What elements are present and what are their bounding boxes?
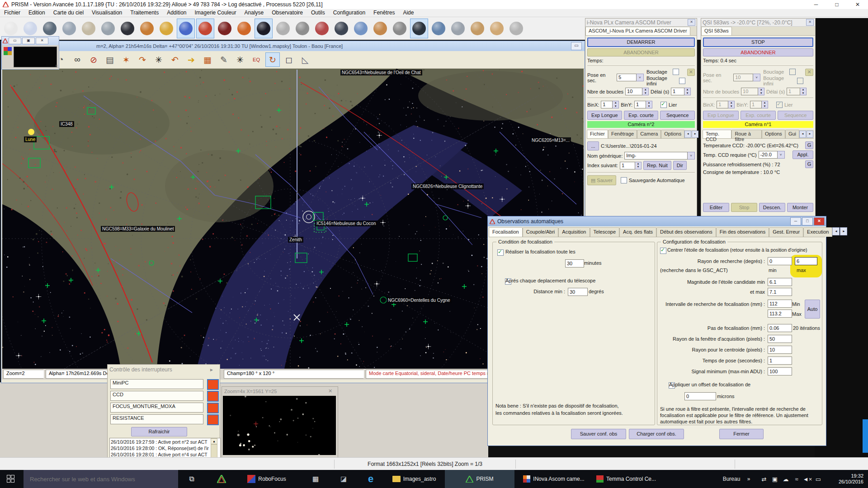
inova-start-button[interactable]: DEMARRER xyxy=(587,38,695,47)
inova-nloops-spinner[interactable]: 10▲▼ xyxy=(625,88,649,95)
swirl-galaxy-icon[interactable] xyxy=(468,19,486,38)
qsi-exposure-combo[interactable]: 10˅ xyxy=(733,74,760,81)
qsi-sequence-button[interactable]: Sequence xyxy=(778,111,813,120)
bureau-toolbar[interactable]: Bureau xyxy=(720,470,743,488)
menu-visualisation[interactable]: Visualisation xyxy=(88,9,126,17)
switch-button-minipc[interactable] xyxy=(207,379,219,390)
obs-fermer-button[interactable]: Fermer xyxy=(719,429,764,439)
menu-analyse[interactable]: Analyse xyxy=(241,9,268,17)
inova-dir-button[interactable]: Dir xyxy=(673,161,687,170)
obs-minimize-button[interactable]: ─ xyxy=(790,217,801,225)
taskbar-photos-icon[interactable]: ◪ xyxy=(331,470,356,488)
log-scroll-up-icon[interactable]: ▲ xyxy=(211,438,217,444)
refresh-button[interactable]: Rafraichir xyxy=(131,427,187,436)
no-entry-icon[interactable]: ⊘ xyxy=(86,52,101,67)
tray-volume-muted-icon[interactable]: ◄× xyxy=(802,476,813,483)
menu-configuration[interactable]: Configuration xyxy=(329,9,369,17)
prism-pinned-icon[interactable] xyxy=(212,470,231,488)
menu-aide[interactable]: Aide xyxy=(399,9,418,17)
qsi-delay-spinner[interactable]: 1▲▼ xyxy=(787,88,807,95)
mars-icon[interactable] xyxy=(196,19,214,38)
signal-min-field[interactable]: 100 xyxy=(768,367,792,375)
magnitude-max-field[interactable]: 7.1 xyxy=(768,288,792,296)
qsi-tab-roue-filtre[interactable]: Roue à filtre xyxy=(731,130,762,138)
center-star-icon[interactable]: ✶ xyxy=(119,52,133,67)
taskbar-calculator-icon[interactable]: ▦ xyxy=(302,470,329,488)
obs-tab-d-but-des-observations[interactable]: Début des observations xyxy=(656,227,716,237)
save-icon[interactable] xyxy=(21,19,39,38)
palette-titlebar[interactable]: ▭ ▣ ✕ xyxy=(2,37,59,45)
obs-tab-focalisation[interactable]: Focalisation xyxy=(489,227,523,237)
eclipse-icon[interactable] xyxy=(118,19,137,38)
inova-tab-fen-trage[interactable]: Fenêtrage xyxy=(608,130,637,138)
qsi-tab-options[interactable]: Options xyxy=(762,130,785,138)
acquisition-radius-field[interactable]: 50 xyxy=(768,335,792,343)
display-icon[interactable] xyxy=(60,19,78,38)
inova-next-index-spinner[interactable]: 1▲▼ xyxy=(620,162,642,169)
undo-icon[interactable]: ↶ xyxy=(168,52,182,67)
focus-max-field[interactable]: 113.2 xyxy=(768,310,792,318)
qsi-tab-temp-ccd[interactable]: Temp. CCD xyxy=(703,130,731,138)
inova-abort-button[interactable]: ABANDONNER xyxy=(587,48,695,56)
qsi-temp-req-combo[interactable]: -20.0˅ xyxy=(759,151,785,159)
qsi-power-graph-button[interactable]: G xyxy=(805,160,813,168)
red-star-icon[interactable] xyxy=(313,19,331,38)
switch-button-resistance[interactable] xyxy=(207,414,219,425)
inova-save-button[interactable]: ▤ Sauver xyxy=(587,175,616,185)
focus-step-field[interactable]: 0.06 xyxy=(768,324,792,332)
maximize-button[interactable]: □ xyxy=(826,0,847,9)
inova-autosave-checkbox[interactable] xyxy=(621,177,627,183)
obs-tab-scroll-icon[interactable]: ► xyxy=(840,227,847,235)
open-file-icon[interactable] xyxy=(2,19,20,38)
tray-notification-icon[interactable]: ▭ xyxy=(813,476,824,483)
obs-tab-scroll-icon[interactable]: ◄ xyxy=(832,227,840,235)
ring-nebula-icon[interactable] xyxy=(138,19,156,38)
screen-icon[interactable] xyxy=(332,19,350,38)
arc-tool-icon[interactable] xyxy=(371,19,389,38)
docked-blue-tab[interactable] xyxy=(863,419,868,453)
gray-tool-icon[interactable] xyxy=(391,19,409,38)
taskbar-app-temma-control[interactable]: Temma Control Ce... xyxy=(592,470,660,488)
inova-delay-spinner[interactable]: 1▲▼ xyxy=(671,88,691,95)
qsi-binx-spinner[interactable]: 1▲▼ xyxy=(717,101,735,108)
capture-icon[interactable] xyxy=(41,19,59,38)
qsi-tab-scroll-icon[interactable]: ► xyxy=(807,131,813,138)
magnitude-min-field[interactable]: 6.1 xyxy=(768,278,792,286)
zoom-close-icon[interactable]: ✕ xyxy=(328,388,335,394)
select-region-icon[interactable]: ◻ xyxy=(282,52,296,67)
menu-observatoire[interactable]: Observatoire xyxy=(268,9,307,17)
inova-link-checkbox[interactable] xyxy=(660,102,667,108)
qsi-apply-button[interactable]: Appl. xyxy=(793,150,813,159)
taskbar-app-images-astro[interactable]: Images_astro xyxy=(384,470,444,488)
focus-min-field[interactable]: 112 xyxy=(768,300,792,308)
qsi-panel-header[interactable]: QSI 583ws -> -20.0°C [72%, -20.0°C] ✕ xyxy=(701,19,815,27)
task-view-button[interactable]: ⧉ xyxy=(181,470,203,488)
tray-cloud-icon[interactable]: ☁ xyxy=(780,476,791,483)
color-grid-icon[interactable] xyxy=(4,47,12,55)
inova-binx-spinner[interactable]: 1▲▼ xyxy=(601,101,619,108)
obs-tab-acq-des-flats[interactable]: Acq. des flats xyxy=(619,227,656,237)
obs-tab-telescope[interactable]: Telescope xyxy=(590,227,620,237)
interval-checkbox[interactable] xyxy=(497,249,504,256)
switch-button-ccd[interactable] xyxy=(207,391,219,402)
palette-close-button[interactable]: ✕ xyxy=(36,38,48,44)
binoculars-icon[interactable]: ∞ xyxy=(70,52,85,67)
start-button[interactable] xyxy=(0,470,22,488)
auto-button[interactable]: Auto xyxy=(805,300,820,319)
ephemeris-icon[interactable]: ▦ xyxy=(200,52,215,67)
exposure-time-field[interactable]: 1 xyxy=(768,357,792,365)
sky-sphere-icon[interactable] xyxy=(177,19,195,38)
taskbar-app-prism[interactable]: PRISM xyxy=(445,470,514,488)
menu-outils[interactable]: Outils xyxy=(307,9,329,17)
gray-ball-icon[interactable] xyxy=(449,19,467,38)
palette-minimize-button[interactable]: ▭ xyxy=(9,38,21,44)
switches-titlebar[interactable]: Contrôle des interrupteurs ▸ xyxy=(108,365,220,375)
search-sky-icon[interactable] xyxy=(99,19,117,38)
inova-rep-nuit-button[interactable]: Rep. Nuit xyxy=(643,161,671,170)
centroid-radius-field[interactable]: 10 xyxy=(768,346,792,354)
tray-teamviewer-icon[interactable]: ⇄ xyxy=(759,476,769,483)
dark-nebula-icon[interactable] xyxy=(216,19,234,38)
taskbar-edge-icon[interactable]: e xyxy=(358,470,383,488)
zoom-starfield[interactable] xyxy=(223,396,336,455)
inova-driver-tab[interactable]: ASCOM_i-Nova PLx Camera ASCOM Driver xyxy=(585,27,690,35)
